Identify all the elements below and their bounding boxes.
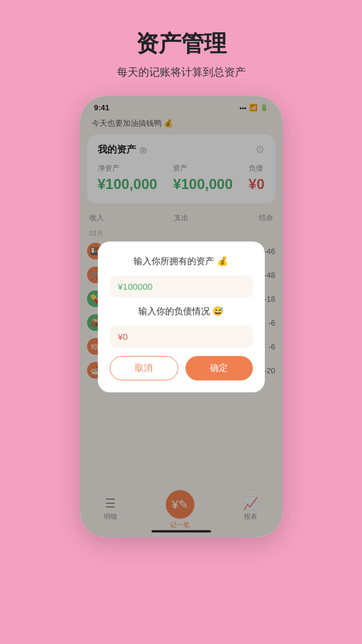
modal-buttons: 取消 确定 [110, 356, 253, 380]
modal-overlay: 输入你所拥有的资产 💰 输入你的负债情况 😅 取消 确定 [80, 96, 283, 537]
cancel-button[interactable]: 取消 [110, 356, 178, 380]
asset-input[interactable] [110, 275, 253, 298]
modal-card: 输入你所拥有的资产 💰 输入你的负债情况 😅 取消 确定 [98, 242, 265, 392]
modal-title-2: 输入你的负债情况 😅 [138, 306, 224, 317]
liability-input[interactable] [110, 326, 253, 348]
confirm-button[interactable]: 确定 [185, 356, 253, 380]
hero-subtitle: 每天的记账将计算到总资产 [117, 65, 246, 79]
phone-frame: 9:41 ▪▪▪ 📶 🔋 今天也要加油搞钱鸭 💰 我的资产 ◎ ⚙ 净资产 ¥1… [80, 96, 283, 537]
hero-title: 资产管理 [136, 29, 227, 59]
modal-title-1: 输入你所拥有的资产 💰 [134, 256, 228, 267]
